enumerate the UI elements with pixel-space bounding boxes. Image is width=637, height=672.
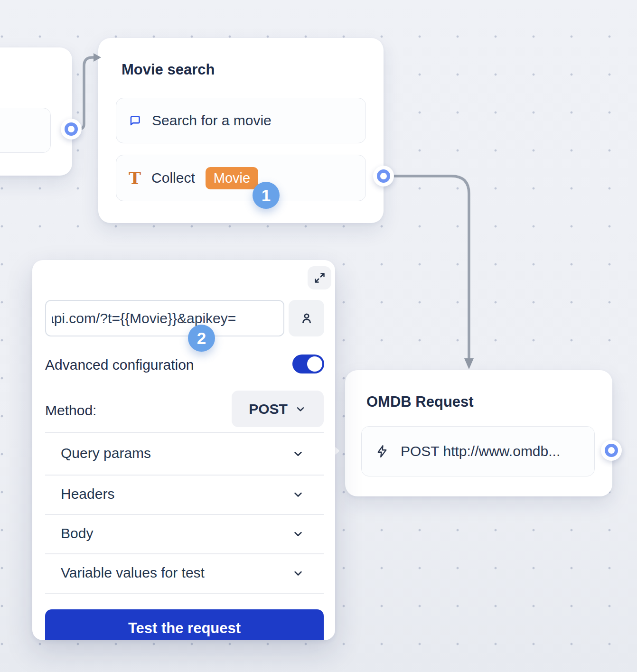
divider — [45, 514, 324, 515]
divider — [45, 553, 324, 554]
port-ring-icon — [605, 444, 618, 457]
flow-canvas[interactable]: Movie search Search for a movie T Collec… — [0, 0, 637, 672]
arrowhead-down-icon — [464, 358, 474, 369]
connector-line — [384, 176, 469, 359]
webhook-config-panel: 2 Advanced configuration Method: POST Qu… — [32, 260, 335, 640]
connector-line — [71, 57, 94, 129]
chevron-down-icon[interactable] — [291, 567, 305, 580]
method-value: POST — [249, 401, 288, 417]
person-button[interactable] — [289, 300, 324, 336]
node-title: Movie search — [122, 62, 215, 77]
output-port[interactable] — [61, 119, 82, 140]
omdb-request-node[interactable]: OMDB Request POST http://www.omdb... — [345, 370, 612, 496]
method-label: Method: — [45, 402, 96, 419]
section-headers[interactable]: Headers — [61, 486, 114, 502]
url-input[interactable] — [46, 310, 283, 327]
section-variable-values[interactable]: Variable values for test — [61, 565, 205, 581]
section-body[interactable]: Body — [61, 525, 93, 541]
divider — [45, 432, 324, 433]
block-label: Collect — [151, 170, 195, 186]
expand-icon — [313, 271, 326, 284]
collect-block[interactable]: T Collect Movie — [116, 155, 366, 201]
chat-bubble-icon — [129, 114, 141, 127]
divider — [45, 475, 324, 476]
chevron-down-icon[interactable] — [291, 447, 305, 460]
partial-node-card[interactable] — [0, 47, 72, 176]
movie-search-node[interactable]: Movie search Search for a movie T Collec… — [98, 38, 384, 223]
port-ring-icon — [377, 169, 390, 183]
node-row[interactable] — [0, 108, 51, 153]
advanced-configuration-label: Advanced configuration — [45, 357, 194, 373]
output-port[interactable] — [373, 166, 394, 187]
chevron-down-icon[interactable] — [291, 527, 305, 541]
block-label: Search for a movie — [152, 112, 272, 129]
divider — [45, 593, 324, 594]
method-dropdown[interactable]: POST — [232, 391, 324, 427]
message-block[interactable]: Search for a movie — [116, 98, 366, 143]
variable-badge[interactable]: Movie — [206, 167, 258, 189]
test-request-button[interactable]: Test the request — [45, 609, 324, 640]
lightning-icon — [375, 444, 389, 458]
url-field-wrapper — [45, 300, 284, 336]
toggle-knob — [307, 356, 322, 372]
port-ring-icon — [65, 122, 78, 136]
section-query-params[interactable]: Query params — [61, 445, 151, 461]
chevron-down-icon[interactable] — [291, 488, 305, 501]
chevron-down-icon — [294, 403, 307, 415]
step-badge-1: 1 — [253, 182, 280, 209]
text-input-icon: T — [129, 170, 141, 187]
output-port[interactable] — [601, 440, 622, 461]
person-icon — [299, 311, 314, 326]
step-badge-2: 2 — [188, 325, 215, 352]
expand-button[interactable] — [308, 266, 331, 289]
advanced-configuration-toggle[interactable] — [292, 355, 324, 373]
node-title: OMDB Request — [366, 394, 474, 410]
webhook-block[interactable]: POST http://www.omdb... — [361, 426, 595, 476]
block-label: POST http://www.omdb... — [401, 443, 560, 459]
